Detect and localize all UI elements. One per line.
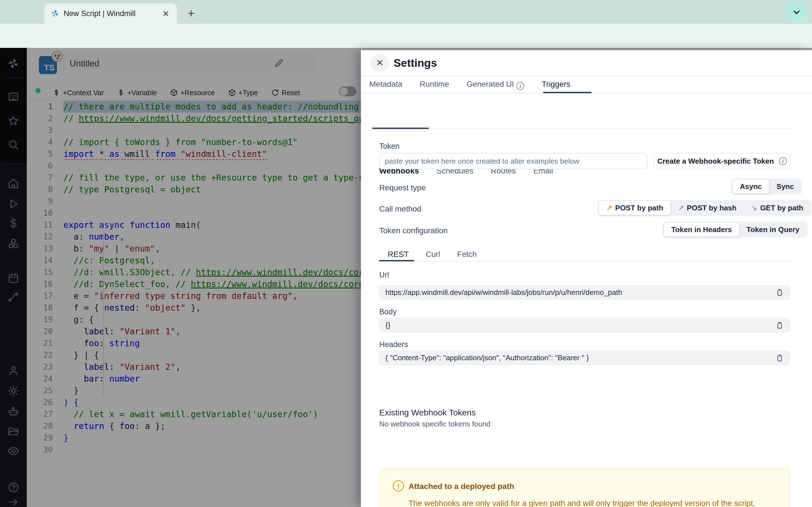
browser-tabstrip: New Script | Windmill ✕ + <box>0 0 812 24</box>
info-icon[interactable]: i <box>779 157 787 165</box>
active-trigger-tab-underline <box>372 128 429 129</box>
active-tab-underline <box>543 92 592 93</box>
settings-drawer: ✕ Settings MetadataRuntimeGenerated UIiT… <box>361 50 812 507</box>
copy-url-icon[interactable] <box>775 288 784 297</box>
tab-search-chevron-button[interactable] <box>786 2 807 22</box>
tab-generated-ui[interactable]: Generated UIi <box>467 80 524 92</box>
token-config-segment: Token in HeadersToken in Query <box>663 222 808 237</box>
snippet-tabs-divider <box>379 261 792 262</box>
call-method-label: Call method <box>379 205 421 214</box>
tab-close-icon[interactable]: ✕ <box>160 9 171 18</box>
active-snippet-tab-underline <box>379 260 414 262</box>
token-config-label: Token configuration <box>379 226 448 235</box>
tab-title: New Script | Windmill <box>64 9 160 18</box>
create-webhook-token-label: Create a Webhook-specific Token <box>657 157 774 166</box>
token-label: Token <box>379 142 400 151</box>
copy-body-icon[interactable] <box>775 321 784 330</box>
option-label: Token in Query <box>747 225 799 234</box>
token-input[interactable]: paste your token here once created to al… <box>379 153 648 169</box>
info-icon[interactable]: i <box>516 82 524 90</box>
body-label: Body <box>379 307 397 316</box>
snippet-tab-fetch[interactable]: Fetch <box>457 250 477 261</box>
token-placeholder: paste your token here once created to al… <box>385 157 579 166</box>
browser-tab[interactable]: New Script | Windmill ✕ <box>45 3 177 24</box>
new-tab-button[interactable]: + <box>183 6 199 21</box>
existing-tokens-heading: Existing Webhook Tokens <box>379 408 476 417</box>
tab-triggers[interactable]: Triggers <box>542 80 570 92</box>
windmill-favicon <box>50 9 59 18</box>
option-label: Sync <box>776 182 794 191</box>
option-sync[interactable]: Sync <box>769 179 801 193</box>
option-label: POST by hash <box>687 204 737 212</box>
snippet-tab-rest[interactable]: REST <box>388 250 409 261</box>
url-field[interactable]: https://app.windmill.dev/api/w/windmill-… <box>379 285 790 299</box>
option-token-in-headers[interactable]: Token in Headers <box>664 223 739 237</box>
snippet-tab-curl[interactable]: Curl <box>426 250 440 261</box>
call-method-segment: ↗POST by path↗POST by hash↘GET by path <box>598 200 811 216</box>
close-drawer-button[interactable]: ✕ <box>370 54 389 72</box>
deployed-path-warning: ! Attached to a deployed path The webhoo… <box>379 468 790 507</box>
arrow-up-right-icon: ↗ <box>678 204 684 212</box>
snippet-tabs: RESTCurlFetch <box>388 250 477 261</box>
browser-toolbar: app.windmill.dev/scripts/add#JTdCJTIyaGF… <box>0 24 812 48</box>
tab-runtime[interactable]: Runtime <box>420 80 449 92</box>
arrow-up-right-icon: ↗ <box>606 204 612 212</box>
option-post-by-path[interactable]: ↗POST by path <box>599 201 670 215</box>
existing-tokens-empty: No webhook specific tokens found <box>379 420 491 429</box>
request-type-segment: AsyncSync <box>732 179 802 194</box>
headers-value: { "Content-Type": "application/json", "A… <box>386 353 775 362</box>
url-label: Url <box>379 271 389 279</box>
settings-title: Settings <box>394 57 437 69</box>
body-value: {} <box>386 321 775 330</box>
option-label: GET by path <box>760 204 803 212</box>
body-field[interactable]: {} <box>379 318 790 332</box>
trigger-tabs-divider <box>372 128 792 129</box>
arrow-down-right-icon: ↘ <box>751 204 757 212</box>
option-token-in-query[interactable]: Token in Query <box>739 223 807 237</box>
warning-body: The webhooks are only valid for a given … <box>409 499 783 507</box>
tab-metadata[interactable]: Metadata <box>369 80 402 92</box>
option-async[interactable]: Async <box>732 179 769 193</box>
url-value: https://app.windmill.dev/api/w/windmill-… <box>386 288 775 297</box>
header-divider <box>361 76 812 76</box>
option-label: Token in Headers <box>671 225 732 234</box>
settings-tabs: MetadataRuntimeGenerated UIiTriggers <box>369 80 570 92</box>
headers-field[interactable]: { "Content-Type": "application/json", "A… <box>379 351 790 365</box>
copy-headers-icon[interactable] <box>775 353 784 363</box>
option-label: POST by path <box>615 204 663 212</box>
headers-label: Headers <box>379 340 408 349</box>
option-label: Async <box>740 182 762 191</box>
option-get-by-path[interactable]: ↘GET by path <box>744 201 811 215</box>
request-type-label: Request type <box>379 183 426 192</box>
alert-icon: ! <box>393 480 404 492</box>
warning-title: Attached to a deployed path <box>409 482 514 491</box>
chevron-down-icon <box>792 7 801 17</box>
create-webhook-token-button[interactable]: Create a Webhook-specific Token i <box>654 153 791 169</box>
option-post-by-hash[interactable]: ↗POST by hash <box>670 201 744 215</box>
